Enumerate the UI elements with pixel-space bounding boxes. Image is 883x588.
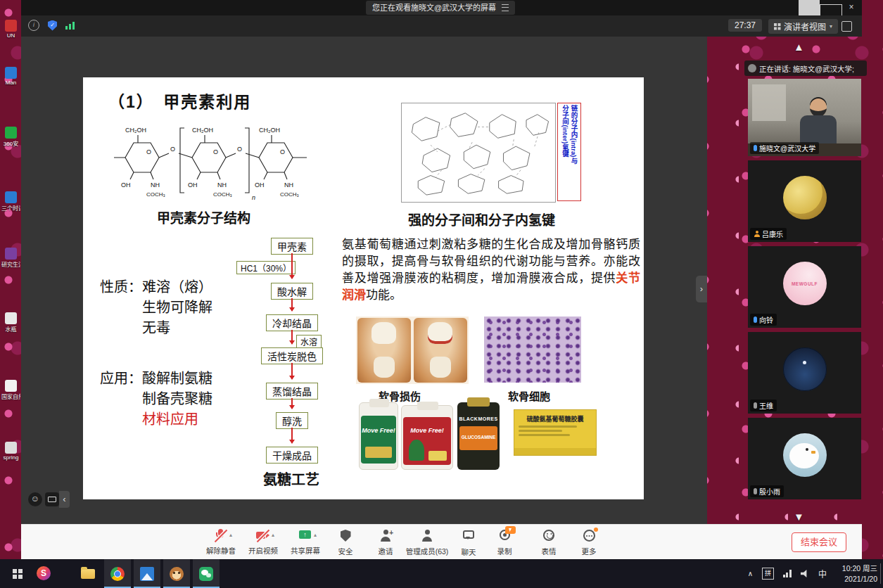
monkey-icon [170,567,184,581]
reaction-smiley-icon[interactable]: ☺ [28,492,42,506]
record-badge [505,526,516,534]
keyboard-icon[interactable] [45,492,59,506]
chevron-up-icon[interactable]: ▴ [314,532,317,538]
svg-text:OH: OH [188,181,198,188]
taskbar-photos[interactable] [134,559,160,588]
title-bar: 您正在观看施晓文@武汉大学的屏幕 × [21,0,862,15]
maximize-button[interactable] [820,0,841,15]
applications-line3: 材料应用 [142,408,198,428]
tray-expand-icon[interactable]: ∧ [748,570,753,577]
clock-date: 2021/1/20 [842,574,877,584]
flow-step: 醇洗 [276,412,308,429]
start-video-label: 开启视频 [242,545,284,556]
info-icon[interactable]: i [28,20,39,31]
glucosamine-box: 硫酸氨基葡萄糖胶囊 [514,409,597,456]
participant-name: 殷小雨 [759,486,780,497]
cells-caption: 软骨细胞 [508,388,550,403]
chat-button[interactable]: 聊天 [453,529,484,557]
taskbar-clock[interactable]: 10:20 周三 2021/1/20 [842,563,877,584]
chat-label: 聊天 [453,547,484,557]
panel-toggle-chevron[interactable]: › [696,276,707,302]
start-video-button[interactable]: ▴ 开启视频 [242,529,284,556]
input-language[interactable]: 中 [818,568,827,580]
hbond-side-label: 链的分子内(intra)与 分子间(inter)氢键 [557,103,581,201]
show-desktop-button[interactable] [880,563,883,584]
desktop-icon-label: spring [1,454,20,461]
participant-tile[interactable]: MEWGULF 向铃 [748,246,861,328]
meeting-timer: 27:37 [728,19,762,32]
desktop-icon[interactable]: 水瓶 [1,312,20,333]
manage-members-button[interactable]: 管理成员(63) [400,529,455,556]
desktop-icon[interactable]: 国家自然 [1,380,20,400]
properties-line3: 无毒 [142,317,170,337]
avatar-bird-beak [811,451,815,454]
security-button[interactable]: 安全 [330,529,361,556]
reactions-button[interactable]: 表情 [533,529,564,556]
share-screen-button[interactable]: ↑▴ 共享屏幕 [284,529,326,556]
paragraph-text-2: 功能。 [366,288,402,302]
pinyin-input-icon[interactable]: 拼 [762,568,774,580]
desktop-icon[interactable]: 研究生注 [1,248,20,268]
participant-tile[interactable]: 王维 [748,332,861,414]
view-mode-button[interactable]: 演讲者视图 ▾ [768,19,838,34]
name-chip: 向铃 [750,314,777,326]
scroll-down-arrow[interactable]: ▼ [794,511,804,523]
window-controls: × [799,0,862,15]
sogou-icon[interactable]: S [37,566,51,580]
security-shield-icon[interactable]: ✓ [48,20,57,31]
network-icon[interactable] [783,570,792,577]
desktop-icon[interactable]: UN [1,20,20,39]
speaking-text: 正在讲话: 施晓文@武汉大学; [759,63,854,74]
participant-tile[interactable]: 殷小雨 [748,418,861,499]
minimize-button[interactable] [799,0,820,15]
participant-tile[interactable]: 吕康乐 [748,160,861,242]
main-video-tile[interactable]: 施晓文@武汉大学 [748,79,861,156]
clock-time: 10:20 周三 [842,563,877,574]
volume-icon[interactable] [801,570,809,577]
label-figure [409,440,424,461]
desktop-icon-label: 360安 [1,139,20,147]
more-button[interactable]: 更多 [573,529,604,556]
desktop-icon[interactable]: Man [1,67,20,86]
manage-members-label: 管理成员(63) [400,546,455,556]
record-button[interactable]: 录制 [489,529,520,556]
close-button[interactable]: × [841,0,862,15]
fullscreen-icon[interactable] [841,21,852,32]
svg-text:CH₂OH: CH₂OH [125,127,146,134]
taskbar-tim[interactable] [163,559,190,588]
label-band [428,451,447,461]
properties-line2: 生物可降解 [142,296,212,317]
invite-button[interactable]: + 邀请 [370,529,401,556]
end-meeting-button[interactable]: 结束会议 [792,532,846,552]
chat-bubble-icon [463,530,474,539]
desktop-icon[interactable]: spring [1,442,20,461]
taskbar-file-explorer[interactable] [75,559,101,588]
properties-line1: 性质：难溶（熔） [100,276,212,296]
flow-solvent: 水溶 [296,335,322,348]
desktop-icon-glyph [5,380,17,392]
collapse-left-chevron[interactable]: ‹ [59,491,70,508]
box-text-line [519,426,577,428]
network-signal-icon[interactable] [65,21,75,30]
taskbar-wechat[interactable] [193,559,220,588]
chevron-up-icon[interactable]: ▴ [272,532,274,538]
desktop-icon-glyph [5,191,17,203]
desktop-icon[interactable]: 360安 [1,127,20,147]
desktop-icon[interactable]: 三个时评 [1,191,20,212]
scroll-up-arrow[interactable]: ▲ [794,41,804,53]
glucosamine-paragraph: 氨基葡萄糖通过刺激粘多糖的生化合成及增加骨骼钙质的摄取，提高骨与软骨组织的代谢功… [342,236,640,305]
chevron-up-icon[interactable]: ▴ [229,532,232,538]
watching-banner: 您正在观看施晓文@武汉大学的屏幕 [366,1,515,15]
avatar [783,176,827,219]
view-mode-label: 演讲者视图 [784,20,826,32]
svg-text:n: n [252,194,255,201]
crystal-lattice-figure [401,103,556,203]
unmute-button[interactable]: ▴ 解除静音 [200,529,242,556]
desktop: UN Man 360安 三个时评 研究生注 水瓶 国家自然 spring 您正在… [0,0,883,588]
taskbar-chrome[interactable] [104,559,131,588]
start-button[interactable] [0,559,31,588]
menu-icon[interactable] [502,4,509,11]
windows-logo-icon [13,569,17,573]
desktop-icon-label: 水瓶 [1,325,20,333]
desktop-icon-label: 国家自然 [1,392,20,400]
